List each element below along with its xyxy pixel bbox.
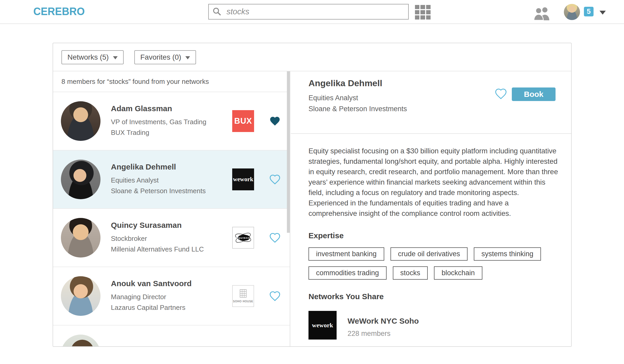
member-row-adam-glassman[interactable]: Adam Glassman VP of Investments, Gas Tra… [53, 92, 290, 150]
member-text: Angelika Dehmell Equities Analyst Sloane… [111, 162, 206, 196]
member-bio: Equity specialist focusing on a $30 bill… [308, 146, 559, 219]
member-avatar [61, 276, 100, 316]
detail-member-name: Angelika Dehmell [308, 78, 556, 88]
search-box[interactable] [208, 4, 409, 20]
expertise-tag[interactable]: crude oil derivatives [390, 247, 468, 261]
notification-badge[interactable]: 5 [584, 7, 594, 16]
member-list-panel: 8 members for “stocks” found from your n… [53, 71, 290, 346]
detail-member-company: Sloane & Peterson Investments [308, 103, 556, 114]
app: CEREBRO 5 Networks (5) [0, 0, 624, 364]
network-name: WeWork NYC Soho [348, 317, 419, 325]
member-title: Stockbroker [111, 233, 204, 244]
favorites-filter-label: Favorites (0) [140, 53, 181, 61]
member-row-angelika-dehmell[interactable]: Angelika Dehmell Equities Analyst Sloane… [53, 150, 290, 209]
favorite-heart-icon-outline[interactable] [269, 174, 281, 185]
member-name: Angelika Dehmell [111, 162, 206, 171]
favorite-heart-icon-filled[interactable] [269, 115, 281, 127]
member-text: Adam Glassman VP of Investments, Gas Tra… [111, 104, 206, 138]
search-icon [212, 7, 222, 16]
results-summary: 8 members for “stocks” found from your n… [53, 71, 290, 92]
company-logo-bux: BUX [232, 110, 254, 132]
networks-filter-label: Networks (5) [67, 53, 109, 61]
member-name: Adam Glassman [111, 104, 206, 113]
expertise-tag[interactable]: commodities trading [308, 266, 387, 280]
favorites-filter-button[interactable]: Favorites (0) [134, 50, 196, 64]
member-avatar [61, 160, 100, 199]
soho-window-glyph [240, 289, 247, 298]
network-member-count: 228 members [348, 330, 419, 338]
shared-network-item[interactable]: wework WeWork NYC Soho 228 members [308, 311, 556, 340]
expertise-heading: Expertise [308, 231, 556, 240]
networks-heading: Networks You Share [308, 292, 556, 301]
detail-header: Angelika Dehmell Equities Analyst Sloane… [291, 71, 571, 134]
member-row-anouk-van-santvoord[interactable]: Anouk van Santvoord Managing Director La… [53, 267, 290, 325]
member-company: Lazarus Capital Partners [111, 302, 192, 313]
caret-down-icon [113, 56, 118, 59]
results-card: Networks (5) Favorites (0) 8 members for… [53, 43, 572, 347]
cerebro-logo[interactable]: CEREBRO [33, 5, 85, 18]
user-avatar[interactable] [564, 4, 580, 20]
caret-down-icon [185, 56, 190, 59]
member-text: Quincy Surasaman Stockbroker Millenial A… [111, 221, 204, 255]
networks-filter-button[interactable]: Networks (5) [61, 50, 124, 64]
member-title: Managing Director [111, 292, 192, 302]
member-company: Millenial Alternatives Fund LLC [111, 244, 204, 255]
expertise-tag[interactable]: stocks [393, 266, 428, 280]
svg-text:EQUINOX: EQUINOX [236, 237, 250, 239]
member-name: Quincy Surasaman [111, 221, 204, 230]
expertise-tag[interactable]: systems thinking [474, 247, 541, 261]
book-button[interactable]: Book [512, 87, 556, 101]
member-text: Anouk van Santvoord Managing Director La… [111, 279, 192, 313]
detail-body: Equity specialist focusing on a $30 bill… [291, 146, 571, 340]
expertise-tag[interactable]: investment banking [308, 247, 384, 261]
member-row-quincy-surasaman[interactable]: Quincy Surasaman Stockbroker Millenial A… [53, 209, 290, 267]
network-text: WeWork NYC Soho 228 members [348, 311, 419, 338]
favorite-heart-icon-outline[interactable] [269, 290, 281, 302]
member-title: Equities Analyst [111, 175, 206, 186]
member-company: BUX Trading [111, 127, 206, 138]
people-icon[interactable] [533, 7, 551, 20]
soho-house-label: SOHO HOUSE [233, 300, 253, 303]
filter-bar: Networks (5) Favorites (0) [53, 43, 571, 71]
favorite-heart-icon-outline[interactable] [495, 87, 507, 100]
member-avatar [61, 335, 100, 347]
member-name: Anouk van Santvoord [111, 279, 192, 288]
network-logo-wework: wework [308, 311, 337, 340]
list-scrollbar-thumb[interactable] [287, 71, 290, 233]
member-detail-panel: Angelika Dehmell Equities Analyst Sloane… [291, 71, 571, 346]
member-row-carly-stevens[interactable]: Carly Stevens [53, 325, 290, 347]
company-logo-wework: wework [232, 168, 254, 190]
company-logo-soho-house: SOHO HOUSE [232, 285, 254, 307]
search-input[interactable] [226, 7, 405, 17]
expertise-tags: investment banking crude oil derivatives… [308, 247, 564, 280]
company-logo-equinox: EQUINOX [232, 227, 254, 249]
member-avatar [61, 218, 100, 258]
favorite-heart-icon-outline[interactable] [269, 232, 281, 243]
member-avatar [61, 101, 100, 141]
account-caret-down-icon[interactable] [600, 11, 606, 15]
top-nav: CEREBRO 5 [0, 0, 624, 24]
expertise-tag[interactable]: blockchain [434, 266, 482, 280]
member-company: Sloane & Peterson Investments [111, 186, 206, 196]
apps-grid-icon[interactable] [415, 5, 431, 20]
member-title: VP of Investments, Gas Trading [111, 117, 206, 127]
